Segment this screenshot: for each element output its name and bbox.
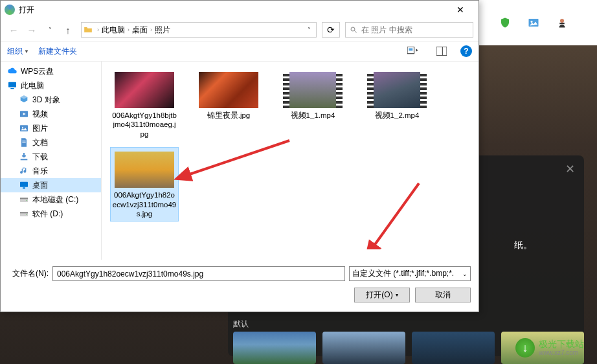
tree-item-drive[interactable]: 软件 (D:)	[1, 207, 101, 221]
filetype-filter[interactable]: 自定义文件 (*.tiff;*.jfif;*.bmp;*. ⌄	[349, 266, 471, 281]
folder-icon	[82, 25, 95, 34]
file-item[interactable]: 视频1_2.mp4	[363, 68, 431, 141]
thumbnail	[367, 72, 427, 108]
svg-rect-21	[20, 198, 28, 199]
tree-label: 下载	[32, 152, 48, 163]
up-button[interactable]: ↑	[60, 22, 76, 38]
refresh-button[interactable]: ⟳	[322, 22, 340, 38]
tree-label: 文档	[32, 137, 48, 148]
svg-rect-8	[436, 47, 447, 55]
app-icon	[5, 5, 15, 15]
tree-item-desktop[interactable]: 桌面	[1, 178, 101, 192]
dialog-title: 打开	[19, 5, 446, 16]
svg-rect-19	[23, 187, 25, 188]
cloud-icon	[7, 66, 17, 76]
help-button[interactable]: ?	[460, 45, 472, 57]
file-label: 视频1_2.mp4	[374, 111, 421, 122]
open-button[interactable]: 打开(O)▾	[354, 288, 410, 302]
svg-point-22	[26, 200, 27, 201]
tree-label: 视频	[32, 109, 48, 120]
filename-label: 文件名(N):	[8, 268, 49, 279]
breadcrumb: › 此电脑 › 桌面 › 照片	[95, 25, 302, 36]
svg-line-5	[355, 31, 357, 33]
svg-point-1	[531, 21, 533, 23]
svg-rect-7	[409, 49, 412, 51]
organize-menu[interactable]: 组织 ▼	[7, 46, 29, 57]
new-folder-button[interactable]: 新建文件夹	[38, 46, 77, 57]
file-item[interactable]: 006AkgtYgy1h8bjtbjmo4j311t0moaeg.jpg	[111, 68, 178, 141]
toolbar: 组织 ▼ 新建文件夹 ?	[1, 41, 479, 62]
thumbnail	[283, 72, 343, 108]
downloads-icon	[19, 152, 29, 162]
tree-label: 桌面	[32, 180, 48, 191]
address-dropdown[interactable]: ˅	[302, 27, 316, 34]
wallpaper-thumb[interactable]	[322, 332, 405, 364]
music-icon	[19, 166, 29, 176]
tree-item-pc[interactable]: 此电脑	[1, 78, 101, 93]
forward-button[interactable]: →	[24, 22, 39, 38]
file-label: 006AkgtYgy1h8bjtbjmo4j311t0moaeg.jpg	[111, 111, 178, 141]
default-label: 默认	[233, 319, 249, 330]
tree-item-cloud[interactable]: WPS云盘	[1, 64, 101, 78]
cancel-button[interactable]: 取消	[415, 288, 471, 302]
brand: ↓ 极光下载站 www.xz7.com	[515, 338, 584, 358]
thumbnail	[115, 152, 174, 188]
tree-item-drive[interactable]: 本地磁盘 (C:)	[1, 192, 101, 207]
svg-rect-15	[22, 141, 25, 141]
tree-item-pictures[interactable]: 图片	[1, 121, 101, 135]
wallpaper-thumb[interactable]	[233, 332, 316, 364]
file-item[interactable]: 006AkgtYgy1h82oecw1vzj311t0mo49s.jpg	[111, 148, 178, 221]
wallpaper-thumb[interactable]	[412, 332, 495, 364]
svg-rect-16	[22, 142, 25, 142]
docs-icon	[19, 137, 29, 148]
pc-icon	[7, 80, 17, 91]
dialog-footer: 文件名(N): 自定义文件 (*.tiff;*.jfif;*.bmp;*. ⌄ …	[1, 260, 479, 312]
search-icon	[350, 26, 357, 34]
svg-point-4	[351, 27, 355, 31]
svg-line-27	[372, 183, 419, 248]
thumbnail	[199, 72, 258, 108]
file-item[interactable]: 视频1_1.mp4	[279, 68, 346, 141]
nav-bar: ← → ˅ ↑ › 此电脑 › 桌面 › 照片 ˅ ⟳	[1, 19, 479, 41]
address-bar[interactable]: › 此电脑 › 桌面 › 照片 ˅	[81, 22, 317, 38]
picture-icon	[528, 17, 539, 28]
tree-label: 图片	[32, 123, 48, 134]
svg-rect-24	[20, 212, 28, 213]
brand-name: 极光下载站	[539, 339, 584, 350]
svg-point-14	[22, 127, 23, 128]
file-item[interactable]: 锦里夜景.jpg	[195, 68, 262, 141]
video-icon	[19, 109, 29, 119]
svg-rect-17	[21, 159, 28, 160]
sidebar: WPS云盘此电脑3D 对象视频图片文档下载音乐桌面本地磁盘 (C:)软件 (D:…	[1, 62, 102, 260]
svg-rect-11	[10, 88, 14, 89]
crumb[interactable]: 照片	[155, 25, 170, 36]
search-input[interactable]	[361, 25, 469, 34]
preview-pane-button[interactable]	[432, 44, 451, 58]
close-button[interactable]: ✕	[446, 1, 475, 19]
back-button[interactable]: ←	[6, 22, 21, 38]
tree-label: 音乐	[32, 166, 48, 177]
tree-item-docs[interactable]: 文档	[1, 135, 101, 150]
svg-rect-3	[559, 23, 565, 24]
tree-item-music[interactable]: 音乐	[1, 164, 101, 178]
search-box[interactable]	[345, 22, 473, 38]
file-label: 锦里夜景.jpg	[206, 111, 252, 122]
close-icon[interactable]: ✕	[565, 162, 575, 176]
tree-item-downloads[interactable]: 下载	[1, 150, 101, 164]
tree-label: 3D 对象	[32, 95, 60, 106]
file-open-dialog: 打开 ✕ ← → ˅ ↑ › 此电脑 › 桌面 › 照片 ˅ ⟳	[0, 0, 479, 312]
titlebar: 打开 ✕	[1, 1, 479, 19]
view-menu[interactable]	[403, 44, 423, 58]
tree-item-3d[interactable]: 3D 对象	[1, 93, 101, 107]
crumb[interactable]: 此电脑	[102, 25, 125, 36]
drive-icon	[19, 209, 29, 219]
tree-item-video[interactable]: 视频	[1, 107, 101, 121]
crumb[interactable]: 桌面	[132, 25, 148, 36]
filename-input[interactable]	[52, 266, 345, 281]
bg-text: 纸。	[514, 240, 532, 251]
shield-icon	[499, 17, 511, 28]
file-label: 视频1_1.mp4	[289, 111, 337, 122]
file-grid[interactable]: 006AkgtYgy1h8bjtbjmo4j311t0moaeg.jpg锦里夜景…	[102, 62, 479, 260]
drive-icon	[19, 194, 29, 205]
recent-dropdown[interactable]: ˅	[42, 22, 58, 38]
